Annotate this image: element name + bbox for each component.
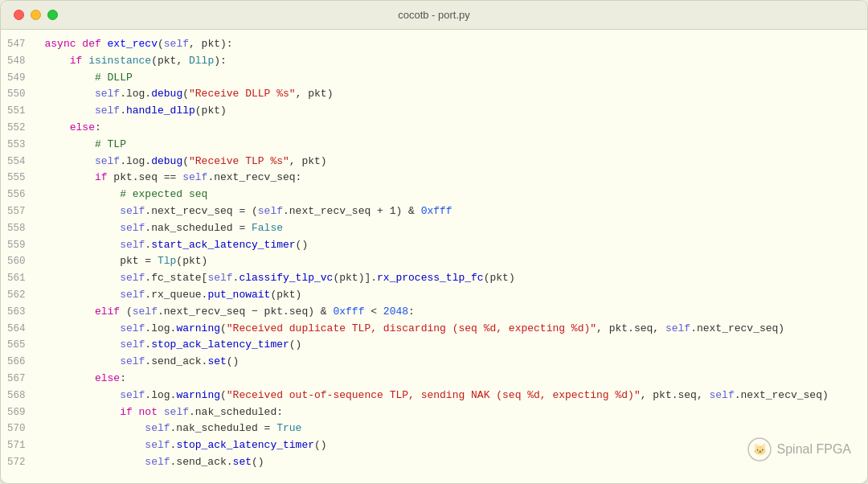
- line-number: 558: [1, 220, 39, 237]
- token-plain: [82, 55, 88, 67]
- table-row: 549 # DLLP: [1, 70, 867, 87]
- table-row: 567 else:: [1, 371, 867, 388]
- token-plain: [45, 171, 95, 183]
- code-container: 547async def ext_recv(self, pkt):548 if …: [1, 36, 867, 477]
- table-row: 553 # TLP: [1, 137, 867, 154]
- code-table: 547async def ext_recv(self, pkt):548 if …: [1, 36, 867, 471]
- code-line: # DLLP: [39, 70, 867, 87]
- line-number: 569: [1, 404, 39, 421]
- token-plain: [45, 205, 121, 217]
- table-row: 562 self.rx_queue.put_nowait(pkt): [1, 287, 867, 304]
- code-line: self.nak_scheduled = True: [39, 420, 867, 437]
- table-row: 571 self.stop_ack_latency_timer(): [1, 437, 867, 454]
- token-plain: :: [120, 372, 126, 384]
- token-plain: [45, 389, 121, 401]
- code-line: # expected seq: [39, 187, 867, 203]
- code-line: async def ext_recv(self, pkt):: [39, 36, 867, 53]
- token-plain: (: [120, 306, 133, 318]
- table-row: 558 self.nak_scheduled = False: [1, 220, 867, 237]
- token-plain: pkt =: [45, 255, 158, 267]
- token-plain: [45, 121, 70, 133]
- token-plain: .rx_queue.: [145, 289, 207, 301]
- close-button[interactable]: [14, 10, 24, 20]
- table-row: 557 self.next_recv_seq = (self.next_recv…: [1, 203, 867, 220]
- line-number: 547: [1, 36, 39, 53]
- table-row: 551 self.handle_dllp(pkt): [1, 103, 867, 120]
- minimize-button[interactable]: [31, 10, 41, 20]
- token-plain: .send_ack.: [145, 355, 207, 367]
- table-row: 569 if not self.nak_scheduled:: [1, 404, 867, 421]
- token-plain: [45, 272, 121, 284]
- token-selfkw: self: [120, 322, 145, 334]
- token-selfkw: self: [133, 306, 158, 318]
- line-number: 571: [1, 437, 39, 454]
- token-selfkw: self: [120, 239, 145, 251]
- token-plain: [45, 55, 70, 67]
- line-number: 560: [1, 253, 39, 270]
- token-selfkw: self: [120, 355, 145, 367]
- token-kw: elif: [95, 306, 120, 318]
- maximize-button[interactable]: [47, 10, 58, 20]
- code-line: # TLP: [39, 137, 867, 154]
- token-plain: <: [364, 306, 383, 318]
- token-plain: .next_recv_seq:: [207, 171, 301, 183]
- token-method: stop_ack_latency_timer: [151, 338, 289, 351]
- line-number: 562: [1, 287, 39, 304]
- token-comment: # TLP: [95, 138, 126, 150]
- token-plain: ):: [214, 55, 227, 67]
- code-line: self.stop_ack_latency_timer(): [39, 337, 867, 354]
- token-plain: .next_recv_seq = (: [145, 205, 257, 217]
- token-plain: [45, 188, 121, 200]
- token-fn: ext_recv: [108, 38, 158, 50]
- code-line: else:: [39, 120, 867, 137]
- token-plain: (pkt)].: [333, 272, 377, 284]
- token-plain: .: [120, 105, 126, 117]
- token-plain: .next_recv_seq + 1) &: [283, 205, 421, 217]
- token-plain: [45, 105, 95, 117]
- token-plain: (: [182, 155, 189, 167]
- token-kw: if: [120, 406, 133, 418]
- token-selfkw: self: [164, 38, 189, 50]
- token-num: fff: [433, 205, 452, 217]
- token-selfkw: self: [120, 222, 145, 234]
- watermark-text: Spinal FPGA: [777, 442, 851, 457]
- token-selfkw: self: [258, 205, 283, 217]
- token-plain: [45, 155, 95, 167]
- token-plain: [45, 289, 121, 301]
- token-plain: (): [252, 456, 264, 468]
- token-method: set: [207, 355, 226, 367]
- table-row: 560 pkt = Tlp(pkt): [1, 253, 867, 270]
- token-kw: else: [95, 372, 120, 384]
- token-plain: , pkt.seq,: [641, 389, 710, 401]
- table-row: 563 elif (self.next_recv_seq − pkt.seq) …: [1, 304, 867, 321]
- token-plain: [45, 406, 121, 418]
- table-row: 564 self.log.warning("Received duplicate…: [1, 321, 867, 338]
- line-number: 553: [1, 137, 39, 154]
- token-method: warning: [176, 322, 220, 334]
- code-line: self.log.debug("Receive TLP %s", pkt): [39, 154, 867, 170]
- token-method: put_nowait: [207, 289, 270, 301]
- token-plain: .next_recv_seq): [735, 389, 829, 401]
- token-builtin: isinstance: [88, 55, 151, 67]
- table-row: 550 self.log.debug("Receive DLLP %s", pk…: [1, 86, 867, 103]
- token-plain: .send_ack.: [170, 456, 233, 468]
- line-number: 550: [1, 86, 39, 103]
- token-selfkw: self: [710, 389, 735, 401]
- token-kw: def: [82, 38, 100, 50]
- table-row: 556 # expected seq: [1, 187, 867, 203]
- token-plain: (pkt): [176, 255, 207, 267]
- token-plain: .next_recv_seq): [690, 322, 784, 334]
- token-selfkw: self: [145, 422, 170, 434]
- token-num: 0x: [421, 205, 434, 217]
- table-row: 547async def ext_recv(self, pkt):: [1, 36, 867, 53]
- line-number: 552: [1, 120, 39, 137]
- token-plain: .log.: [120, 155, 151, 167]
- token-plain: , pkt): [296, 88, 334, 100]
- token-selfkw: self: [145, 439, 170, 451]
- token-plain: :: [408, 306, 415, 318]
- token-plain: [158, 406, 164, 418]
- token-method: debug: [151, 155, 182, 167]
- window: cocotb - port.py 547async def ext_recv(s…: [0, 0, 868, 484]
- code-area: 547async def ext_recv(self, pkt):548 if …: [1, 30, 867, 483]
- code-line: self.nak_scheduled = False: [39, 220, 867, 237]
